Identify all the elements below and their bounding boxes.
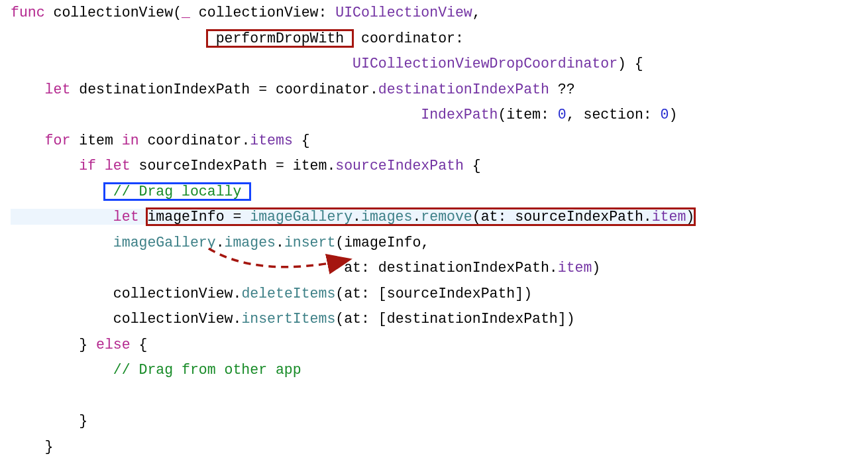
text: (at: [destinationIndexPath]) <box>335 311 574 327</box>
open-brace: { <box>293 133 310 148</box>
kw-if: if <box>79 158 96 174</box>
type-dropcoordinator: UICollectionViewDropCoordinator <box>353 56 618 72</box>
num-0: 0 <box>558 107 567 123</box>
type-uicollectionview: UICollectionView <box>335 5 472 21</box>
text: (imageInfo, <box>335 235 429 251</box>
close-brace: } <box>45 439 54 455</box>
text: at: destinationIndexPath. <box>344 260 558 276</box>
line-15: // Drag from other app <box>11 362 301 378</box>
line-12: collectionView.deleteItems(at: [sourceIn… <box>11 286 532 302</box>
text: collectionView. <box>113 286 242 302</box>
fn-name: collectionView( <box>54 5 182 21</box>
red-box-imageinfo: imageInfo = imageGallery.images.remove(a… <box>147 209 694 225</box>
num-0: 0 <box>661 107 669 123</box>
text: imageInfo = <box>147 209 250 225</box>
text: item <box>70 133 121 148</box>
line-1: func collectionView(_ collectionView: UI… <box>11 5 481 21</box>
prop-images: images <box>225 235 276 251</box>
text: collectionView. <box>113 311 242 327</box>
kw-in: in <box>122 133 139 148</box>
line-6: for item in coordinator.items { <box>11 133 310 148</box>
line-10: imageGallery.images.insert(imageInfo, <box>11 235 429 251</box>
member-items: items <box>250 133 293 148</box>
param-performdropwith: performDropWith <box>216 30 345 46</box>
line-14: } else { <box>11 337 147 353</box>
method-deleteitems: deleteItems <box>241 286 335 302</box>
dot: . <box>412 209 421 225</box>
kw-for: for <box>45 133 71 148</box>
prop-imagegallery: imageGallery <box>113 235 216 251</box>
dot: . <box>216 235 225 251</box>
close-brace: } <box>79 413 87 429</box>
line-2: performDropWith coordinator: <box>11 30 464 46</box>
comment-drag-other-app: // Drag from other app <box>113 362 301 378</box>
red-box-performdropwith: performDropWith <box>207 30 353 46</box>
kw-else: else <box>96 337 131 353</box>
blue-box-comment: // Drag locally <box>105 184 250 200</box>
method-insertitems: insertItems <box>241 311 335 327</box>
underscore: _ <box>182 5 190 21</box>
open-brace: { <box>131 337 148 353</box>
dot: . <box>353 209 361 225</box>
kw-let: let <box>45 82 71 97</box>
text: coordinator. <box>139 133 250 148</box>
open-brace: ) { <box>618 56 643 72</box>
close-paren: ) <box>592 260 600 276</box>
comment-drag-locally: // Drag locally <box>113 184 242 200</box>
member-item: item <box>652 209 686 225</box>
space <box>139 209 148 225</box>
param-collectionview: collectionView: <box>190 5 335 21</box>
line-13: collectionView.insertItems(at: [destinat… <box>11 311 575 327</box>
line-11: at: destinationIndexPath.item) <box>11 260 600 276</box>
nil-coalesce: ?? <box>549 82 575 97</box>
line-7: if let sourceIndexPath = item.sourceInde… <box>11 158 481 174</box>
kw-func: func <box>11 5 45 21</box>
text: sourceIndexPath = item. <box>131 158 336 174</box>
method-insert: insert <box>284 235 335 251</box>
open-brace: { <box>464 158 481 174</box>
close-brace: } <box>79 337 96 353</box>
kw-let: let <box>105 158 131 174</box>
prop-imagegallery: imageGallery <box>250 209 353 225</box>
line-4: let destinationIndexPath = coordinator.d… <box>11 82 575 97</box>
method-remove: remove <box>421 209 472 225</box>
close-paren: ) <box>686 209 694 225</box>
param-coordinator: coordinator: <box>353 30 464 46</box>
dot: . <box>276 235 284 251</box>
line-18: } <box>11 439 54 455</box>
text: , section: <box>567 107 661 123</box>
member-item: item <box>558 260 592 276</box>
code-block: func collectionView(_ collectionView: UI… <box>0 0 868 460</box>
member-destinationindexpath: destinationIndexPath <box>378 82 549 97</box>
line-9-highlighted: let imageInfo = imageGallery.images.remo… <box>11 209 694 225</box>
text: (at: [sourceIndexPath]) <box>335 286 532 302</box>
comma: , <box>472 5 481 21</box>
kw-let: let <box>113 209 139 225</box>
text: destinationIndexPath = coordinator. <box>70 82 378 97</box>
text: (at: sourceIndexPath. <box>472 209 652 225</box>
type-indexpath: IndexPath <box>421 107 498 123</box>
line-5: IndexPath(item: 0, section: 0) <box>11 107 677 123</box>
prop-images: images <box>361 209 412 225</box>
line-3: UICollectionViewDropCoordinator) { <box>11 56 643 72</box>
line-17: } <box>11 413 87 429</box>
line-8: // Drag locally <box>11 184 250 200</box>
space <box>96 158 105 174</box>
text: (item: <box>498 107 557 123</box>
text: ) <box>669 107 678 123</box>
member-sourceindexpath: sourceIndexPath <box>335 158 464 174</box>
